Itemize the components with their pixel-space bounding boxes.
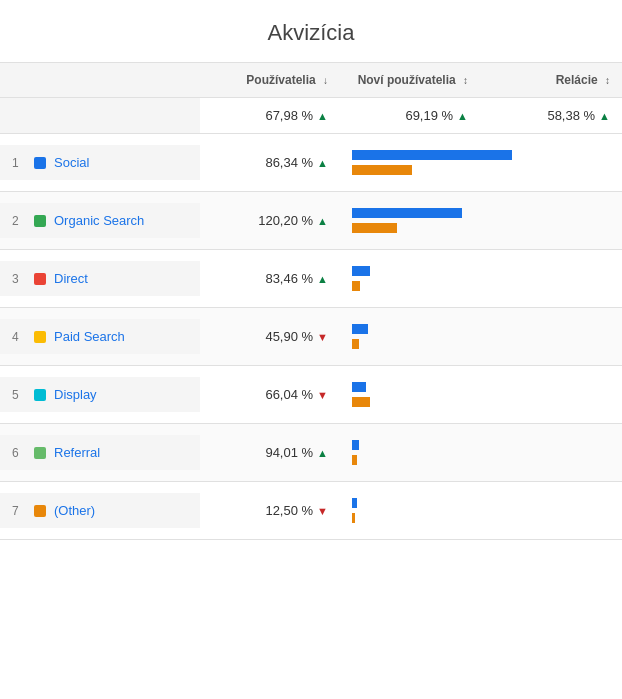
summary-sessions: 58,38 % ▲ [480, 98, 622, 133]
channel-cell: 7 (Other) [0, 493, 200, 528]
data-table: Používatelia ↓ Noví používatelia ↕ Relác… [0, 62, 622, 540]
bar-orange [352, 223, 397, 233]
channel-name[interactable]: Referral [54, 445, 100, 460]
users-value: 12,50 % [265, 503, 313, 518]
bar-blue [352, 266, 370, 276]
trend-up-icon: ▲ [317, 273, 328, 285]
row-number: 3 [12, 272, 26, 286]
channel-cell: 4 Paid Search [0, 319, 200, 354]
channel-color-dot [34, 157, 46, 169]
bar-blue-container [352, 381, 610, 393]
channel-color-dot [34, 505, 46, 517]
bar-orange-container [352, 454, 610, 466]
users-metric: 12,50 % ▼ [200, 493, 340, 528]
summary-new-users: 69,19 % ▲ [340, 98, 480, 133]
table-header: Používatelia ↓ Noví používatelia ↕ Relác… [0, 62, 622, 98]
bar-orange [352, 513, 355, 523]
trend-down-icon: ▼ [317, 331, 328, 343]
row-number: 4 [12, 330, 26, 344]
bar-blue [352, 382, 366, 392]
bar-blue-container [352, 497, 610, 509]
channel-color-dot [34, 389, 46, 401]
col-header-users[interactable]: Používatelia ↓ [200, 63, 340, 97]
bar-orange-container [352, 164, 610, 176]
users-metric: 83,46 % ▲ [200, 261, 340, 296]
summary-new-users-trend-icon: ▲ [457, 110, 468, 122]
summary-sessions-trend-icon: ▲ [599, 110, 610, 122]
bar-orange [352, 455, 357, 465]
users-metric: 66,04 % ▼ [200, 377, 340, 412]
bar-orange-container [352, 222, 610, 234]
users-metric: 120,20 % ▲ [200, 203, 340, 238]
trend-up-icon: ▲ [317, 157, 328, 169]
channel-cell: 6 Referral [0, 435, 200, 470]
sort-icon-users: ↓ [323, 75, 328, 86]
channel-color-dot [34, 273, 46, 285]
channel-cell: 2 Organic Search [0, 203, 200, 238]
table-row: 2 Organic Search 120,20 % ▲ [0, 192, 622, 250]
channel-name[interactable]: (Other) [54, 503, 95, 518]
summary-channel [0, 98, 200, 133]
users-value: 94,01 % [265, 445, 313, 460]
bar-orange-container [352, 280, 610, 292]
row-number: 2 [12, 214, 26, 228]
users-metric: 45,90 % ▼ [200, 319, 340, 354]
channel-cell: 5 Display [0, 377, 200, 412]
bar-blue [352, 150, 512, 160]
row-number: 5 [12, 388, 26, 402]
bar-orange-container [352, 512, 610, 524]
channel-name[interactable]: Social [54, 155, 89, 170]
channel-name[interactable]: Direct [54, 271, 88, 286]
bar-orange-container [352, 396, 610, 408]
table-row: 4 Paid Search 45,90 % ▼ [0, 308, 622, 366]
table-row: 6 Referral 94,01 % ▲ [0, 424, 622, 482]
bar-blue [352, 498, 357, 508]
sort-icon-new-users: ↕ [463, 75, 468, 86]
bar-orange-container [352, 338, 610, 350]
chart-cell [340, 429, 622, 476]
col-header-channel [0, 63, 200, 97]
summary-users-trend-icon: ▲ [317, 110, 328, 122]
bar-blue-container [352, 207, 610, 219]
users-value: 66,04 % [265, 387, 313, 402]
chart-cell [340, 139, 622, 186]
trend-down-icon: ▼ [317, 389, 328, 401]
users-value: 83,46 % [265, 271, 313, 286]
trend-up-icon: ▲ [317, 215, 328, 227]
bar-blue [352, 208, 462, 218]
chart-cell [340, 197, 622, 244]
channel-color-dot [34, 331, 46, 343]
row-number: 6 [12, 446, 26, 460]
trend-up-icon: ▲ [317, 447, 328, 459]
table-row: 1 Social 86,34 % ▲ [0, 134, 622, 192]
page-title: Akvizícia [0, 0, 622, 62]
channel-color-dot [34, 447, 46, 459]
chart-cell [340, 487, 622, 534]
chart-cell [340, 255, 622, 302]
bar-blue-container [352, 265, 610, 277]
users-metric: 86,34 % ▲ [200, 145, 340, 180]
sort-icon-sessions: ↕ [605, 75, 610, 86]
bar-orange [352, 281, 360, 291]
bar-orange [352, 165, 412, 175]
row-number: 7 [12, 504, 26, 518]
channel-name[interactable]: Organic Search [54, 213, 144, 228]
trend-down-icon: ▼ [317, 505, 328, 517]
row-number: 1 [12, 156, 26, 170]
channel-cell: 1 Social [0, 145, 200, 180]
channel-name[interactable]: Display [54, 387, 97, 402]
users-value: 120,20 % [258, 213, 313, 228]
bar-blue [352, 324, 368, 334]
users-value: 45,90 % [265, 329, 313, 344]
rows-container: 1 Social 86,34 % ▲ 2 Organic Search 120,… [0, 134, 622, 540]
channel-name[interactable]: Paid Search [54, 329, 125, 344]
table-row: 3 Direct 83,46 % ▲ [0, 250, 622, 308]
bar-orange [352, 339, 359, 349]
table-row: 7 (Other) 12,50 % ▼ [0, 482, 622, 540]
col-header-new-users[interactable]: Noví používatelia ↕ [340, 63, 480, 97]
channel-color-dot [34, 215, 46, 227]
users-metric: 94,01 % ▲ [200, 435, 340, 470]
bar-blue-container [352, 149, 610, 161]
col-header-sessions[interactable]: Relácie ↕ [480, 63, 622, 97]
bar-blue-container [352, 439, 610, 451]
